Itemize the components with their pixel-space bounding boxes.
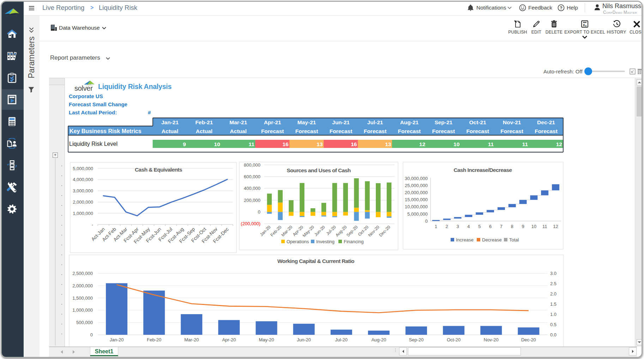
svg-text:Forecast: Forecast xyxy=(535,128,558,134)
svg-text:1,000,000: 1,000,000 xyxy=(73,211,93,216)
svg-text:0: 0 xyxy=(258,209,260,215)
svg-text:16: 16 xyxy=(282,141,289,147)
svg-text:Mar-21: Mar-21 xyxy=(229,119,247,125)
svg-text:0: 0 xyxy=(425,219,428,224)
svg-text:Investing: Investing xyxy=(316,239,335,244)
svg-text:Dec-21: Dec-21 xyxy=(537,119,555,125)
svg-text:10,000,000: 10,000,000 xyxy=(405,204,428,209)
svg-text:Oct-20: Oct-20 xyxy=(447,337,461,342)
svg-text:Sources and Uses of Cash: Sources and Uses of Cash xyxy=(287,167,350,173)
svg-text:Decrease: Decrease xyxy=(482,237,502,243)
svg-text:8: 8 xyxy=(511,224,513,229)
svg-text:0.0: 0.0 xyxy=(550,332,556,337)
svg-text:12: 12 xyxy=(556,141,562,147)
svg-text:3,000,000: 3,000,000 xyxy=(73,188,93,193)
svg-text:9: 9 xyxy=(183,141,186,147)
svg-text:Aug-21: Aug-21 xyxy=(400,119,419,125)
svg-text:3.0: 3.0 xyxy=(550,271,556,276)
svg-text:Jan-21: Jan-21 xyxy=(161,119,179,125)
svg-text:Financing: Financing xyxy=(344,239,363,244)
svg-text:Working Capital & Current Rati: Working Capital & Current Ratio xyxy=(277,258,354,264)
svg-text:Last Actual Period:: Last Actual Period: xyxy=(69,109,117,115)
svg-text:2.0: 2.0 xyxy=(550,291,556,297)
svg-text:25,000,000: 25,000,000 xyxy=(405,183,428,188)
svg-text:5,000,000: 5,000,000 xyxy=(407,211,428,217)
svg-text:2,000,000: 2,000,000 xyxy=(73,199,93,205)
svg-text:Actual: Actual xyxy=(196,128,212,134)
svg-text:Liquidity Risk Level: Liquidity Risk Level xyxy=(69,141,118,147)
svg-text:7: 7 xyxy=(500,224,502,229)
svg-text:11: 11 xyxy=(522,141,528,147)
svg-text:2: 2 xyxy=(446,224,448,229)
svg-text:Feb-21: Feb-21 xyxy=(195,119,213,125)
svg-text:Nov-21: Nov-21 xyxy=(503,119,521,125)
svg-text:6: 6 xyxy=(489,224,492,229)
svg-text:30,000,000: 30,000,000 xyxy=(405,176,428,181)
svg-text:Oct-21: Oct-21 xyxy=(469,119,487,125)
svg-text:800,000: 800,000 xyxy=(244,162,260,168)
svg-text:1: 1 xyxy=(435,224,437,229)
svg-text:Jan-20: Jan-20 xyxy=(110,337,124,342)
svg-text:Actual: Actual xyxy=(162,128,178,134)
svg-text:Forecast: Forecast xyxy=(261,128,284,134)
svg-text:Nov-20: Nov-20 xyxy=(484,337,499,342)
svg-text:solver: solver xyxy=(74,84,93,92)
svg-text:5,000,000: 5,000,000 xyxy=(73,166,93,171)
svg-text:Dec-20: Dec-20 xyxy=(521,337,536,342)
svg-text:Jul-20: Jul-20 xyxy=(335,337,348,342)
svg-text:(200,000): (200,000) xyxy=(241,221,260,226)
svg-text:9: 9 xyxy=(522,224,524,229)
svg-text:11: 11 xyxy=(542,224,547,229)
svg-text:Forecast: Forecast xyxy=(295,128,318,134)
svg-text:Total: Total xyxy=(509,237,519,243)
svg-text:1.5: 1.5 xyxy=(550,301,556,307)
svg-text:5: 5 xyxy=(478,224,481,229)
svg-text:400,000: 400,000 xyxy=(244,186,260,191)
svg-text:2,500,000: 2,500,000 xyxy=(72,271,93,276)
svg-text:May-20: May-20 xyxy=(259,337,274,342)
svg-text:#: # xyxy=(148,109,151,115)
svg-text:1,500,000: 1,500,000 xyxy=(72,295,93,301)
svg-text:Forecast: Forecast xyxy=(432,128,455,134)
svg-text:20,000,000: 20,000,000 xyxy=(405,190,428,195)
svg-text:4: 4 xyxy=(467,224,470,229)
svg-text:10: 10 xyxy=(453,141,459,147)
svg-text:16: 16 xyxy=(351,141,357,147)
svg-text:500,000: 500,000 xyxy=(76,320,93,325)
svg-text:Apr-21: Apr-21 xyxy=(264,119,281,125)
svg-text:1.0: 1.0 xyxy=(550,312,556,317)
svg-text:Actual: Actual xyxy=(230,128,247,134)
svg-text:3: 3 xyxy=(456,224,459,229)
svg-text:11: 11 xyxy=(488,141,494,147)
svg-text:Forecast: Forecast xyxy=(398,128,421,134)
svg-text:2,000,000: 2,000,000 xyxy=(72,283,93,288)
svg-text:12: 12 xyxy=(553,224,558,229)
svg-text:Forecast: Forecast xyxy=(466,128,489,134)
svg-text:Jul-21: Jul-21 xyxy=(367,119,383,125)
svg-text:10: 10 xyxy=(214,141,220,147)
svg-text:4,000,000: 4,000,000 xyxy=(73,177,93,182)
svg-text:Sep-21: Sep-21 xyxy=(434,119,452,125)
svg-text:Apr-20: Apr-20 xyxy=(222,337,236,342)
svg-text:13: 13 xyxy=(317,141,323,147)
svg-text:15,000,000: 15,000,000 xyxy=(405,197,428,202)
svg-text:Forecast: Forecast xyxy=(330,128,353,134)
svg-text:12: 12 xyxy=(419,141,425,147)
svg-text:Feb-20: Feb-20 xyxy=(147,337,161,342)
svg-text:May-21: May-21 xyxy=(297,119,316,125)
svg-text:600,000: 600,000 xyxy=(244,174,260,179)
svg-text:11: 11 xyxy=(248,141,254,147)
svg-text:Jun-20: Jun-20 xyxy=(297,337,311,342)
svg-text:Cash Increase/Decrease: Cash Increase/Decrease xyxy=(453,167,512,173)
svg-text:0: 0 xyxy=(90,332,93,337)
svg-text:0.5: 0.5 xyxy=(550,322,556,327)
svg-text:Liquidity Risk Analysis: Liquidity Risk Analysis xyxy=(98,83,172,90)
svg-text:1,000,000: 1,000,000 xyxy=(72,307,93,313)
svg-text:10: 10 xyxy=(531,224,536,229)
svg-text:2.5: 2.5 xyxy=(550,281,556,286)
svg-text:Forecast: Forecast xyxy=(364,128,387,134)
svg-text:Increase: Increase xyxy=(456,237,474,243)
svg-text:13: 13 xyxy=(385,141,391,147)
svg-text:Jun-21: Jun-21 xyxy=(332,119,350,125)
svg-text:Aug-20: Aug-20 xyxy=(371,337,386,342)
